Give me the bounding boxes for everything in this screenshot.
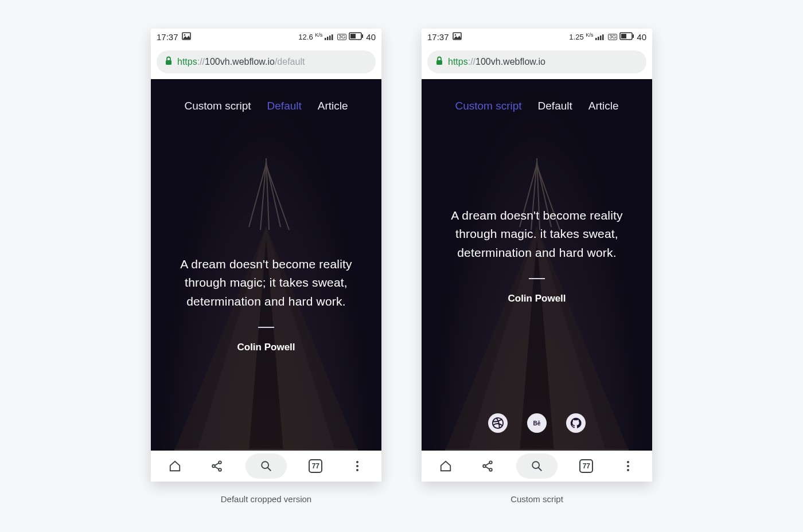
dribbble-icon[interactable]: [488, 413, 508, 433]
nav-default[interactable]: Default: [267, 100, 302, 112]
clock: 17:37: [157, 32, 178, 42]
quote: A dream doesn't become reality through m…: [438, 206, 636, 263]
status-left: 17:37: [427, 32, 462, 42]
battery-icon: [349, 32, 364, 42]
more-icon: [356, 461, 358, 471]
svg-rect-27: [602, 34, 604, 40]
picture-icon: [453, 32, 462, 42]
svg-point-23: [454, 34, 456, 36]
lock-icon: [165, 56, 173, 68]
svg-rect-2: [325, 38, 326, 40]
svg-rect-7: [350, 34, 356, 38]
svg-line-18: [215, 463, 219, 466]
net-speed: 12.6 K/s: [298, 32, 322, 41]
share-button[interactable]: [475, 453, 500, 479]
quote: A dream doesn't become reality through m…: [167, 255, 365, 311]
caption-custom: Custom script: [510, 494, 563, 504]
nav-custom-script[interactable]: Custom script: [184, 100, 251, 112]
author: Colin Powell: [167, 342, 365, 353]
status-bar: 17:37 12.6 K/s 3G 40: [151, 29, 381, 46]
menu-button[interactable]: [615, 453, 641, 479]
nav-custom-script[interactable]: Custom script: [455, 100, 521, 112]
clock: 17:37: [427, 32, 449, 42]
svg-rect-3: [327, 37, 329, 40]
url: https://100vh.webflow.io: [448, 57, 545, 67]
address-bar[interactable]: https://100vh.webflow.io/default: [157, 50, 376, 73]
address-bar-container: https://100vh.webflow.io/default: [151, 46, 381, 79]
lock-icon: [435, 56, 443, 68]
picture-icon: [182, 32, 191, 42]
site-nav: Custom script Default Article: [151, 79, 381, 112]
hero-content: A dream doesn't become reality through m…: [422, 206, 652, 305]
svg-rect-5: [332, 34, 333, 40]
net-speed: 1.25 K/s: [569, 32, 593, 41]
svg-point-44: [532, 461, 539, 468]
status-left: 17:37: [157, 32, 191, 42]
address-bar[interactable]: https://100vh.webflow.io: [427, 50, 646, 73]
status-bar: 17:37 1.25 K/s 3G 40: [422, 29, 652, 46]
battery-icon: [619, 32, 634, 42]
network-label: 3G: [608, 34, 617, 40]
browser-bottom-nav: 77: [151, 451, 381, 482]
social-row: Bē: [422, 398, 652, 450]
svg-rect-31: [436, 60, 442, 65]
tabs-count: 77: [579, 459, 593, 473]
svg-line-42: [485, 463, 489, 466]
tabs-button[interactable]: 77: [574, 453, 599, 479]
svg-text:Bē: Bē: [533, 420, 541, 427]
behance-icon[interactable]: Bē: [527, 413, 547, 433]
author: Colin Powell: [438, 293, 636, 304]
page-viewport: Custom script Default Article A dream do…: [151, 79, 381, 451]
status-right: 1.25 K/s 3G 40: [569, 32, 646, 42]
more-icon: [627, 461, 629, 471]
page-viewport: Custom script Default Article A dream do…: [422, 79, 652, 451]
signal-icon: [325, 33, 335, 42]
battery-percent: 40: [637, 32, 646, 42]
search-button[interactable]: [245, 453, 287, 479]
nav-article[interactable]: Article: [588, 100, 619, 112]
github-icon[interactable]: [566, 413, 586, 433]
phone-custom: 17:37 1.25 K/s 3G 40: [422, 29, 652, 482]
svg-point-1: [184, 34, 185, 36]
divider: [529, 278, 545, 279]
tabs-count: 77: [309, 459, 322, 473]
phone-default: 17:37 12.6 K/s 3G 40: [151, 29, 381, 482]
signal-icon: [595, 33, 606, 42]
browser-bottom-nav: 77: [422, 451, 652, 482]
site-nav: Custom script Default Article: [422, 79, 652, 112]
battery-percent: 40: [366, 32, 376, 42]
share-button[interactable]: [204, 453, 229, 479]
svg-rect-29: [621, 34, 626, 38]
nav-article[interactable]: Article: [318, 100, 348, 112]
url: https://100vh.webflow.io/default: [177, 57, 305, 67]
tabs-button[interactable]: 77: [303, 453, 328, 479]
svg-rect-9: [166, 60, 171, 65]
divider: [258, 327, 274, 328]
network-label: 3G: [337, 34, 346, 40]
svg-point-20: [262, 461, 268, 468]
menu-button[interactable]: [345, 453, 370, 479]
svg-line-21: [268, 467, 271, 471]
status-right: 12.6 K/s 3G 40: [298, 32, 376, 42]
svg-rect-25: [598, 37, 599, 40]
caption-default: Default cropped version: [221, 494, 311, 504]
search-button[interactable]: [516, 453, 558, 479]
nav-default[interactable]: Default: [538, 100, 572, 112]
hero-content: A dream doesn't become reality through m…: [151, 255, 381, 354]
svg-line-45: [539, 467, 542, 471]
home-button[interactable]: [433, 453, 458, 479]
svg-line-43: [485, 466, 489, 469]
svg-rect-30: [633, 34, 634, 38]
svg-rect-26: [600, 36, 602, 40]
svg-rect-4: [329, 36, 331, 40]
svg-rect-8: [362, 34, 363, 38]
home-button[interactable]: [162, 453, 188, 479]
svg-line-19: [215, 466, 219, 469]
address-bar-container: https://100vh.webflow.io: [422, 46, 652, 79]
svg-rect-24: [595, 38, 597, 40]
